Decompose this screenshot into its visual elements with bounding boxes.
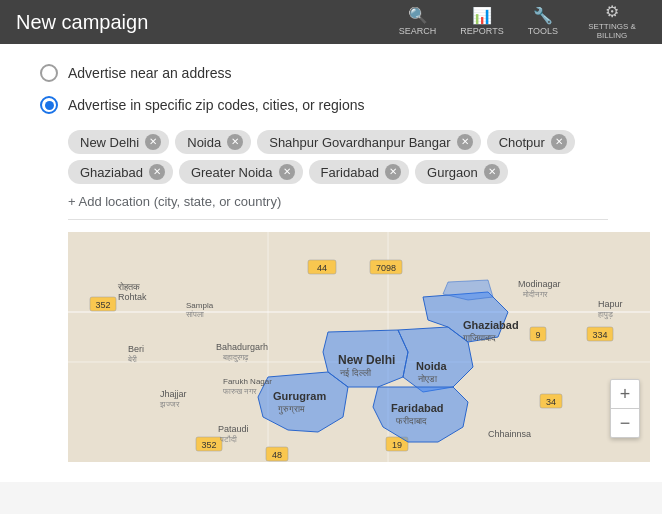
svg-text:New Delhi: New Delhi bbox=[338, 353, 395, 367]
location-tags-container: New Delhi✕Noida✕Shahpur Govardhanpur Ban… bbox=[68, 130, 608, 184]
settings-icon: ⚙ bbox=[605, 4, 619, 20]
svg-text:बेरी: बेरी bbox=[127, 354, 137, 364]
svg-text:मोदीनगर: मोदीनगर bbox=[522, 289, 548, 299]
tag-chotpur: Chotpur✕ bbox=[487, 130, 575, 154]
page-title: New campaign bbox=[16, 11, 148, 34]
reports-nav[interactable]: 📊 REPORTS bbox=[452, 4, 511, 40]
radio-label-regions: Advertise in specific zip codes, cities,… bbox=[68, 97, 364, 113]
svg-text:हापुड़: हापुड़ bbox=[597, 310, 613, 320]
tools-nav[interactable]: 🔧 TOOLS bbox=[520, 4, 566, 40]
radio-label-address: Advertise near an address bbox=[68, 65, 231, 81]
tag-shahpur: Shahpur Govardhanpur Bangar✕ bbox=[257, 130, 480, 154]
svg-text:48: 48 bbox=[272, 450, 282, 460]
svg-text:Chhainnsa: Chhainnsa bbox=[488, 429, 531, 439]
svg-text:Hapur: Hapur bbox=[598, 299, 623, 309]
svg-text:Faridabad: Faridabad bbox=[391, 402, 444, 414]
svg-text:9: 9 bbox=[535, 330, 540, 340]
svg-text:नोएडा: नोएडा bbox=[417, 373, 438, 384]
main-content: Advertise near an address Advertise in s… bbox=[0, 44, 662, 482]
tag-close-button[interactable]: ✕ bbox=[484, 164, 500, 180]
tag-gurgaon: Gurgaon✕ bbox=[415, 160, 508, 184]
svg-text:Rohtak: Rohtak bbox=[118, 292, 147, 302]
tag-label: Greater Noida bbox=[191, 165, 273, 180]
svg-text:बहादुरगढ़: बहादुरगढ़ bbox=[222, 353, 249, 363]
map-zoom-controls: + − bbox=[610, 379, 640, 438]
radio-circle-address bbox=[40, 64, 58, 82]
tag-label: Shahpur Govardhanpur Bangar bbox=[269, 135, 450, 150]
tag-close-button[interactable]: ✕ bbox=[551, 134, 567, 150]
tag-close-button[interactable]: ✕ bbox=[149, 164, 165, 180]
svg-text:44: 44 bbox=[317, 263, 327, 273]
settings-billing-nav[interactable]: ⚙ SETTINGS & BILLING bbox=[574, 0, 650, 44]
svg-text:Farukh Nagar: Farukh Nagar bbox=[223, 377, 272, 386]
svg-text:Ghaziabad: Ghaziabad bbox=[463, 319, 519, 331]
tag-label: Ghaziabad bbox=[80, 165, 143, 180]
svg-text:Gurugram: Gurugram bbox=[273, 390, 326, 402]
svg-text:352: 352 bbox=[201, 440, 216, 450]
svg-text:34: 34 bbox=[546, 397, 556, 407]
reports-icon: 📊 bbox=[472, 8, 492, 24]
svg-text:झज्जर: झज्जर bbox=[159, 400, 180, 409]
tag-close-button[interactable]: ✕ bbox=[227, 134, 243, 150]
svg-text:गाजियाबाद: गाजियाबाद bbox=[462, 333, 496, 343]
tag-close-button[interactable]: ✕ bbox=[385, 164, 401, 180]
tag-close-button[interactable]: ✕ bbox=[145, 134, 161, 150]
svg-text:सांपला: सांपला bbox=[185, 310, 204, 319]
svg-text:फरीदाबाद: फरीदाबाद bbox=[395, 416, 427, 426]
add-location-link[interactable]: + Add location (city, state, or country) bbox=[68, 194, 608, 220]
location-type-group: Advertise near an address Advertise in s… bbox=[40, 64, 622, 114]
search-nav[interactable]: 🔍 SEARCH bbox=[391, 4, 445, 40]
app-header: New campaign 🔍 SEARCH 📊 REPORTS 🔧 TOOLS … bbox=[0, 0, 662, 44]
tag-label: Gurgaon bbox=[427, 165, 478, 180]
tag-ghaziabad: Ghaziabad✕ bbox=[68, 160, 173, 184]
svg-text:रोहतक: रोहतक bbox=[117, 281, 140, 292]
zoom-out-button[interactable]: − bbox=[611, 409, 639, 437]
tag-noida: Noida✕ bbox=[175, 130, 251, 154]
svg-text:Jhajjar: Jhajjar bbox=[160, 389, 187, 399]
svg-text:19: 19 bbox=[392, 440, 402, 450]
tag-new-delhi: New Delhi✕ bbox=[68, 130, 169, 154]
tag-faridabad: Faridabad✕ bbox=[309, 160, 410, 184]
svg-text:Bahadurgarh: Bahadurgarh bbox=[216, 342, 268, 352]
tag-label: Noida bbox=[187, 135, 221, 150]
svg-text:352: 352 bbox=[95, 300, 110, 310]
tools-icon: 🔧 bbox=[533, 8, 553, 24]
tag-label: Chotpur bbox=[499, 135, 545, 150]
radio-near-address[interactable]: Advertise near an address bbox=[40, 64, 622, 82]
tag-label: New Delhi bbox=[80, 135, 139, 150]
svg-text:Pataudi: Pataudi bbox=[218, 424, 249, 434]
svg-text:Beri: Beri bbox=[128, 344, 144, 354]
svg-text:7098: 7098 bbox=[376, 263, 396, 273]
svg-text:Modinagar: Modinagar bbox=[518, 279, 561, 289]
map-svg: 44 7098 352 9 334 34 19 bbox=[68, 232, 650, 462]
svg-text:334: 334 bbox=[592, 330, 607, 340]
svg-text:गुरुग्राम: गुरुग्राम bbox=[277, 404, 305, 415]
zoom-in-button[interactable]: + bbox=[611, 380, 639, 408]
search-icon: 🔍 bbox=[408, 8, 428, 24]
tag-greater-noida: Greater Noida✕ bbox=[179, 160, 303, 184]
svg-text:फारुख नगर: फारुख नगर bbox=[222, 387, 257, 396]
radio-specific-regions[interactable]: Advertise in specific zip codes, cities,… bbox=[40, 96, 622, 114]
tag-label: Faridabad bbox=[321, 165, 380, 180]
tag-close-button[interactable]: ✕ bbox=[457, 134, 473, 150]
map-container: 44 7098 352 9 334 34 19 bbox=[68, 232, 650, 462]
svg-text:नई दिल्ली: नई दिल्ली bbox=[339, 367, 372, 378]
radio-circle-regions bbox=[40, 96, 58, 114]
header-nav: 🔍 SEARCH 📊 REPORTS 🔧 TOOLS ⚙ SETTINGS & … bbox=[391, 0, 650, 44]
tag-close-button[interactable]: ✕ bbox=[279, 164, 295, 180]
svg-text:पटौदी: पटौदी bbox=[219, 434, 237, 444]
svg-text:Sampla: Sampla bbox=[186, 301, 214, 310]
svg-text:Noida: Noida bbox=[416, 360, 447, 372]
